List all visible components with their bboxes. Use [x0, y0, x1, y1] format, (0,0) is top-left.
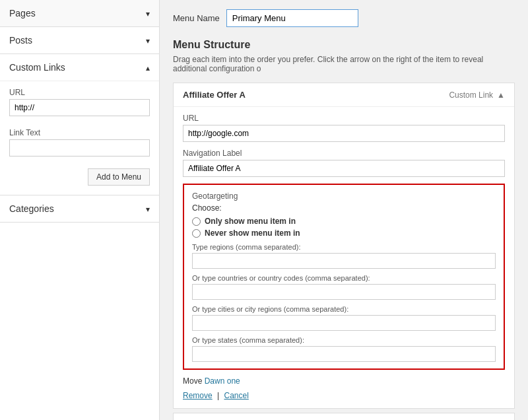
- geo-states-input[interactable]: [192, 346, 496, 362]
- geo-cities-input[interactable]: [192, 315, 496, 331]
- geo-radio-never-input[interactable]: [192, 229, 201, 238]
- move-down-link[interactable]: Dawn one: [205, 376, 240, 386]
- affiliate-a-url-input[interactable]: [183, 125, 505, 142]
- affiliate-a-url-label: URL: [183, 114, 505, 123]
- geo-states-field: Or type states (comma separated):: [192, 336, 496, 362]
- menu-name-row: Menu Name: [173, 9, 515, 27]
- menu-name-label: Menu Name: [173, 13, 220, 23]
- affiliate-a-type: Custom Link ▲: [449, 90, 505, 100]
- link-text-input[interactable]: [9, 139, 150, 157]
- affiliate-a-nav-label: Navigation Label: [183, 149, 505, 158]
- sidebar-custom-links-header[interactable]: Custom Links: [0, 54, 159, 81]
- geo-cities-field: Or type cities or city regions (comma se…: [192, 305, 496, 331]
- affiliate-a-body: URL Navigation Label Geotargeting Choose…: [174, 106, 514, 408]
- geo-countries-label: Or type countries or country codes (comm…: [192, 274, 496, 282]
- affiliate-a-url-group: URL: [183, 114, 505, 142]
- sidebar-section-pages: Pages: [0, 0, 159, 27]
- sidebar-section-posts: Posts: [0, 27, 159, 54]
- sidebar-posts-label: Posts: [9, 35, 32, 46]
- drag-instruction: Drag each item into the order you prefer…: [173, 55, 515, 73]
- affiliate-a-title: Affiliate Offer A: [183, 90, 246, 100]
- cancel-link[interactable]: Cancel: [224, 391, 248, 400]
- geo-countries-field: Or type countries or country codes (comm…: [192, 274, 496, 300]
- url-field-group: URL: [9, 88, 150, 122]
- action-links: Remove | Cancel: [183, 391, 505, 400]
- geo-only-show-text: Only show menu item in: [205, 217, 296, 226]
- categories-chevron-icon: [146, 203, 150, 214]
- affiliate-a-arrow-icon: ▲: [497, 90, 505, 100]
- link-text-label: Link Text: [9, 128, 150, 137]
- sidebar-pages-header[interactable]: Pages: [0, 0, 159, 26]
- move-label: Move: [183, 376, 202, 386]
- geo-never-show-text: Never show menu item in: [205, 228, 300, 238]
- geo-choose-label: Choose:: [192, 203, 496, 213]
- geo-states-label: Or type states (comma separated):: [192, 336, 496, 344]
- link-text-field-group: Link Text: [9, 128, 150, 162]
- remove-link[interactable]: Remove: [183, 391, 213, 400]
- main-content: Menu Name Menu Structure Drag each item …: [160, 0, 528, 420]
- sidebar-section-custom-links: Custom Links URL Link Text Add to Menu: [0, 54, 159, 195]
- menu-item-affiliate-a: Affiliate Offer A Custom Link ▲ URL Navi…: [173, 83, 515, 409]
- custom-links-chevron-icon: [146, 62, 150, 73]
- geo-regions-label: Type regions (comma separated):: [192, 243, 496, 251]
- geo-countries-input[interactable]: [192, 284, 496, 300]
- sidebar-pages-label: Pages: [9, 8, 36, 18]
- add-to-menu-button[interactable]: Add to Menu: [88, 168, 150, 186]
- menu-structure-title: Menu Structure: [173, 39, 515, 51]
- menu-name-input[interactable]: [226, 9, 358, 27]
- affiliate-a-nav-input[interactable]: [183, 160, 505, 177]
- sidebar-section-categories: Categories: [0, 195, 159, 223]
- geo-radio-only-input[interactable]: [192, 217, 201, 226]
- geo-radio-never-show[interactable]: Never show menu item in: [192, 228, 496, 238]
- move-row: Move Dawn one: [183, 376, 505, 386]
- action-separator: |: [217, 391, 221, 400]
- geo-cities-label: Or type cities or city regions (comma se…: [192, 305, 496, 313]
- sidebar-categories-label: Categories: [9, 203, 54, 214]
- geotargeting-box: Geotargeting Choose: Only show menu item…: [183, 184, 505, 370]
- url-label: URL: [9, 88, 150, 97]
- geo-regions-field: Type regions (comma separated):: [192, 243, 496, 269]
- pages-chevron-icon: [146, 8, 150, 18]
- affiliate-b-header[interactable]: Affiliate Offer B Custom Link ▾: [174, 413, 514, 420]
- geo-radio-only-show[interactable]: Only show menu item in: [192, 217, 496, 226]
- url-input[interactable]: [9, 99, 150, 116]
- custom-links-content: URL Link Text Add to Menu: [0, 81, 159, 195]
- sidebar-custom-links-label: Custom Links: [9, 62, 65, 73]
- geo-title: Geotargeting: [192, 192, 496, 201]
- sidebar-posts-header[interactable]: Posts: [0, 27, 159, 53]
- sidebar: Pages Posts Custom Links URL: [0, 0, 160, 420]
- sidebar-categories-header[interactable]: Categories: [0, 195, 159, 222]
- posts-chevron-icon: [146, 35, 150, 46]
- geo-regions-input[interactable]: [192, 253, 496, 269]
- menu-item-affiliate-b: Affiliate Offer B Custom Link ▾: [173, 413, 515, 420]
- affiliate-a-header[interactable]: Affiliate Offer A Custom Link ▲: [174, 83, 514, 106]
- affiliate-a-nav-group: Navigation Label: [183, 149, 505, 177]
